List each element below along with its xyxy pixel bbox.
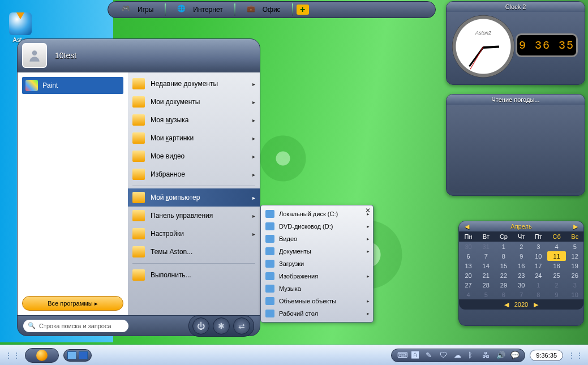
bluetooth-icon[interactable]: ᛒ <box>468 351 477 359</box>
calendar-day[interactable]: 3 <box>530 242 547 251</box>
start-menu-item[interactable]: Недавние документы <box>128 75 260 93</box>
calendar-day[interactable]: 9 <box>513 251 530 261</box>
calendar-day[interactable]: 22 <box>494 270 513 280</box>
calendar-day[interactable]: 29 <box>494 280 513 290</box>
calendar-widget[interactable]: ◀ Апрель ▶ ПнВтСрЧтПтСбВс303112345678910… <box>458 221 584 326</box>
submenu-item[interactable]: Загрузки <box>261 257 373 270</box>
start-menu-item[interactable]: Выполнить... <box>128 266 260 284</box>
calendar-day[interactable]: 10 <box>566 290 583 299</box>
calendar-day[interactable]: 4 <box>547 242 566 251</box>
calendar-day[interactable]: 10 <box>530 251 547 261</box>
calendar-day[interactable]: 12 <box>566 251 583 261</box>
action-center-icon[interactable]: 💬 <box>510 351 519 359</box>
calendar-day[interactable]: 25 <box>547 270 566 280</box>
taskbar-grip-right[interactable]: ⋮⋮ <box>568 351 583 360</box>
start-menu-item[interactable]: Мои картинки <box>128 129 260 147</box>
shield-icon[interactable]: 🛡 <box>440 351 448 359</box>
calendar-day[interactable]: 7 <box>513 290 530 299</box>
next-month-button[interactable]: ▶ <box>573 223 578 230</box>
calendar-day[interactable]: 5 <box>478 290 494 299</box>
quick-launch <box>63 349 92 362</box>
topdock-item-briefcase[interactable]: 💼Офис <box>239 3 289 16</box>
desktop-icon-aston[interactable]: Ast… <box>7 5 34 43</box>
calendar-day[interactable]: 23 <box>513 270 530 280</box>
clock-widget-title: Clock 2 <box>447 2 585 12</box>
submenu-item[interactable]: Документы <box>261 245 373 257</box>
calendar-day[interactable]: 13 <box>459 261 478 270</box>
calendar-day[interactable]: 1 <box>494 242 513 251</box>
start-menu-item[interactable]: Темы Aston... <box>128 243 260 261</box>
keyboard-icon[interactable]: ⌨ <box>397 351 406 359</box>
submenu-item[interactable]: Локальный диск (C:) <box>261 208 373 220</box>
weather-widget[interactable]: Чтение погоды... <box>446 94 585 196</box>
start-menu-item[interactable]: Мои документы <box>128 93 260 111</box>
calendar-day[interactable]: 30 <box>513 280 530 290</box>
calendar-day[interactable]: 7 <box>478 251 494 261</box>
onedrive-icon[interactable]: ☁ <box>454 351 462 359</box>
keyboard-layout-icon[interactable]: 🅰 <box>411 351 420 359</box>
calendar-day[interactable]: 31 <box>478 242 494 251</box>
calendar-day[interactable]: 3 <box>566 280 583 290</box>
calendar-day[interactable]: 15 <box>494 261 513 270</box>
submenu-item[interactable]: Изображения <box>261 270 373 282</box>
calendar-day[interactable]: 8 <box>494 251 513 261</box>
power-button[interactable]: ⏻ <box>192 317 209 334</box>
start-menu-item[interactable]: Мое видео <box>128 147 260 165</box>
calendar-day[interactable]: 11 <box>547 251 566 261</box>
switch-user-button[interactable]: ⇄ <box>233 317 250 334</box>
start-menu-item[interactable]: Избранное <box>128 165 260 183</box>
submenu-item[interactable]: DVD-дисковод (D:) <box>261 220 373 233</box>
calendar-day[interactable]: 17 <box>530 261 547 270</box>
taskbar-clock[interactable]: 9:36:35 <box>530 350 563 361</box>
topdock-add-button[interactable]: + <box>297 5 309 15</box>
ql-explorer[interactable] <box>79 351 88 359</box>
network-icon[interactable]: 🖧 <box>482 351 491 359</box>
clock-widget[interactable]: Clock 2 Aston2 9 36 35 <box>446 1 585 85</box>
user-avatar[interactable] <box>22 43 47 68</box>
calendar-day[interactable]: 9 <box>547 290 566 299</box>
submenu-item[interactable]: Музыка <box>261 282 373 295</box>
start-menu-item[interactable]: Моя музыка <box>128 111 260 129</box>
pinned-app-paint[interactable]: Paint <box>22 77 123 94</box>
calendar-day[interactable]: 4 <box>459 290 478 299</box>
calendar-day[interactable]: 8 <box>530 290 547 299</box>
folder-icon <box>132 169 145 180</box>
pen-icon[interactable]: ✎ <box>426 351 434 359</box>
calendar-day[interactable]: 5 <box>566 242 583 251</box>
calendar-day[interactable]: 26 <box>566 270 583 280</box>
start-button[interactable] <box>25 348 59 363</box>
calendar-day[interactable]: 19 <box>566 261 583 270</box>
submenu-item[interactable]: Рабочий стол <box>261 307 373 320</box>
prev-year-button[interactable]: ◀ <box>504 301 509 308</box>
calendar-day[interactable]: 18 <box>547 261 566 270</box>
start-menu-item[interactable]: Настройки <box>128 225 260 243</box>
calendar-day[interactable]: 24 <box>530 270 547 280</box>
taskbar-grip[interactable]: ⋮⋮ <box>5 351 20 360</box>
calendar-day[interactable]: 27 <box>459 280 478 290</box>
calendar-day[interactable]: 6 <box>459 251 478 261</box>
submenu-item[interactable]: Видео <box>261 233 373 245</box>
prev-month-button[interactable]: ◀ <box>465 223 469 230</box>
calendar-day[interactable]: 28 <box>478 280 494 290</box>
topdock-item-gamepad[interactable]: 🎮Игры <box>114 3 161 16</box>
calendar-day[interactable]: 1 <box>530 280 547 290</box>
calendar-day[interactable]: 14 <box>478 261 494 270</box>
start-menu-item[interactable]: Мой компьютер <box>128 188 260 207</box>
search-input[interactable]: 🔍 Строка поиска и запроса <box>23 320 128 332</box>
calendar-day[interactable]: 2 <box>513 242 530 251</box>
calendar-day[interactable]: 2 <box>547 280 566 290</box>
calendar-day[interactable]: 6 <box>494 290 513 299</box>
calendar-day[interactable]: 20 <box>459 270 478 280</box>
start-menu-item[interactable]: Панель управления <box>128 207 260 225</box>
calendar-day[interactable]: 30 <box>459 242 478 251</box>
calendar-day[interactable]: 16 <box>513 261 530 270</box>
topdock-item-globe[interactable]: 🌐Интернет <box>169 3 230 16</box>
calendar-day[interactable]: 21 <box>478 270 494 280</box>
volume-icon[interactable]: 🔊 <box>496 351 505 359</box>
ql-show-desktop[interactable] <box>67 351 76 359</box>
next-year-button[interactable]: ▶ <box>534 301 538 308</box>
all-programs-button[interactable]: Все программы ▸ <box>22 296 123 311</box>
submenu-item-label: Музыка <box>279 285 301 292</box>
logoff-button[interactable]: ✱ <box>213 317 230 334</box>
submenu-item[interactable]: Объемные объекты <box>261 295 373 307</box>
